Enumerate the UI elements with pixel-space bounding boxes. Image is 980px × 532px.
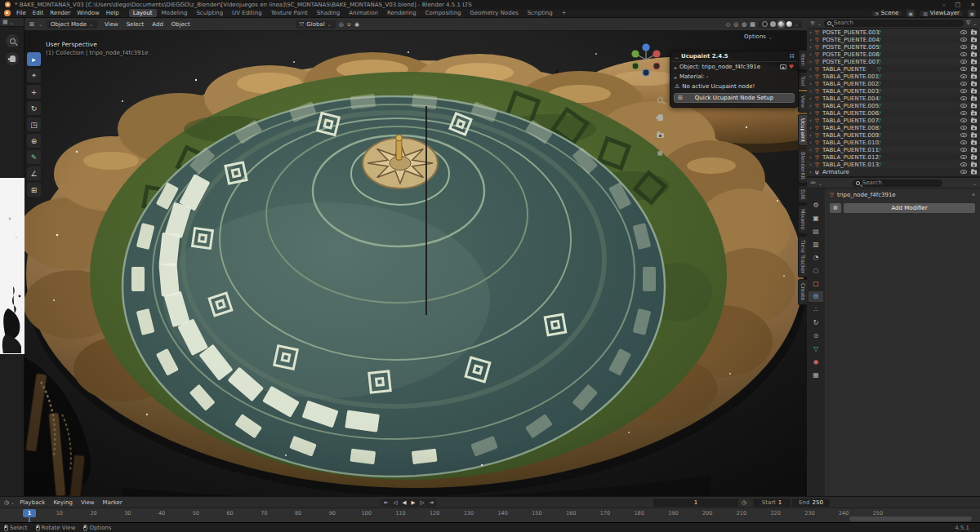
disable-in-render-icon[interactable] <box>971 104 977 108</box>
properties-tab[interactable]: ⚙ <box>808 200 823 211</box>
filter-icon[interactable]: ∇ <box>966 20 970 26</box>
image-editor-type-icon[interactable]: ▦ <box>2 19 8 25</box>
properties-tab[interactable]: ▦ <box>808 370 823 380</box>
image-editor-header[interactable]: ▦ ⌄ <box>0 18 24 27</box>
properties-tab[interactable]: ▢ <box>808 278 823 289</box>
properties-tab[interactable]: ◔ <box>808 252 823 263</box>
menu-item[interactable]: Help <box>103 9 122 17</box>
properties-tab[interactable]: ◉ <box>808 357 823 367</box>
hide-in-viewport-icon[interactable] <box>960 67 967 71</box>
outliner-item[interactable]: › ▽ TABLA_PUENTE.009 ▽ <box>807 131 980 139</box>
xray-toggle-icon[interactable]: ▩ <box>750 21 755 28</box>
expand-arrow-icon[interactable]: › <box>809 103 815 109</box>
disable-in-render-icon[interactable] <box>971 82 977 86</box>
workspace-tab[interactable]: Scripting <box>523 9 557 17</box>
workspace-tab[interactable]: Geometry Nodes <box>466 9 523 17</box>
tool-button[interactable]: ▸ <box>27 52 41 66</box>
sidebar-tab[interactable]: Time Tracker <box>798 236 807 277</box>
collapse-arrow-icon[interactable]: ⌄ <box>675 54 679 60</box>
outliner-item[interactable]: › ▽ TABLA_PUENTE.010 ▽ <box>807 139 980 146</box>
workspace-tab[interactable]: Animation <box>345 9 382 17</box>
expand-arrow-icon[interactable]: › <box>809 147 815 153</box>
object-name[interactable]: POSTE_PUENTE.007 <box>822 59 880 65</box>
sidebar-tab[interactable]: Mixamo <box>798 205 807 234</box>
object-name[interactable]: TABLA_PUENTE.003 <box>822 88 879 95</box>
expand-arrow-icon[interactable]: › <box>809 140 815 146</box>
expand-arrow-icon[interactable]: › <box>809 66 815 73</box>
expand-arrow-icon[interactable]: › <box>809 110 815 117</box>
timeline-scrollbar[interactable] <box>849 516 972 521</box>
outliner-item[interactable]: › ▽ TABLA_PUENTE.012 ▽ <box>807 153 980 161</box>
viewport-canvas[interactable]: User Perspective (1) Collection | tripo_… <box>24 31 807 496</box>
sidebar-tab[interactable]: Item <box>798 50 807 70</box>
outliner-item[interactable]: › ▽ TABLA_PUENTE.004 ▽ <box>807 95 980 102</box>
outliner-item[interactable]: › ▽ TABLA_PUENTE.007 ▽ <box>807 117 980 124</box>
close-button[interactable]: ✕ <box>970 2 975 8</box>
playback-button[interactable]: ▷ <box>418 499 426 507</box>
shading-wireframe-icon[interactable] <box>762 21 768 27</box>
disable-in-render-icon[interactable] <box>971 140 977 144</box>
outliner-item[interactable]: › ▽ POSTE_PUENTE.007 ▽ <box>807 58 980 65</box>
new-view-layer-button[interactable]: ▣ <box>968 10 976 17</box>
hide-in-viewport-icon[interactable] <box>960 155 967 159</box>
hide-in-viewport-icon[interactable] <box>960 45 967 49</box>
viewport-menu-item[interactable]: Add <box>149 20 167 29</box>
outliner-item[interactable]: › ▽ POSTE_PUENTE.003 ▽ <box>807 29 980 36</box>
properties-tab[interactable]: ⚙ <box>808 291 823 302</box>
expand-arrow-icon[interactable]: › <box>809 37 815 43</box>
object-name[interactable]: TABLA_PUENTE.007 <box>822 117 879 124</box>
expand-arrow-icon[interactable]: › <box>809 59 815 65</box>
properties-search[interactable] <box>853 180 942 187</box>
tool-button[interactable]: ⊞ <box>27 183 41 197</box>
expand-arrow-icon[interactable]: › <box>809 81 815 87</box>
disable-in-render-icon[interactable] <box>971 170 977 174</box>
workspace-tab[interactable]: Texture Paint <box>267 9 312 17</box>
expand-arrow-icon[interactable]: › <box>809 88 815 95</box>
viewport-menu-item[interactable]: Object <box>168 20 194 29</box>
view-layer-selector[interactable]: ▥ ViewLayer <box>919 10 964 17</box>
playback-button[interactable]: ⇤ <box>382 499 390 507</box>
outliner-item[interactable]: › ▽ TABLA_PUENTE.011 ▽ <box>807 146 980 153</box>
playback-button[interactable]: ◁ <box>391 499 399 507</box>
object-name[interactable]: POSTE_PUENTE.003 <box>822 29 880 36</box>
ucupaint-object-row[interactable]: ▸ Object: tripo_node_f4fc391e ♥ <box>670 62 798 72</box>
expand-arrow-icon[interactable]: › <box>809 154 815 161</box>
outliner-item[interactable]: › ▽ TABLA_PUENTE.002 ▽ <box>807 80 980 87</box>
outliner-item[interactable]: › ▽ TABLA_PUENTE ▽ <box>807 65 980 73</box>
object-name[interactable]: TABLA_PUENTE.004 <box>822 95 879 102</box>
expand-arrow-icon[interactable]: › <box>809 125 815 131</box>
outliner-item[interactable]: › ▽ TABLA_PUENTE.001 ▽ <box>807 73 980 80</box>
scene-selector[interactable]: ◔ Scene <box>871 10 903 17</box>
object-name[interactable]: POSTE_PUENTE.004 <box>822 37 880 43</box>
workspace-tab[interactable]: + <box>558 9 571 17</box>
outliner-item[interactable]: › ▽ TABLA_PUENTE.006 ▽ <box>807 109 980 117</box>
disable-in-render-icon[interactable] <box>971 155 977 159</box>
object-name[interactable]: TABLA_PUENTE.002 <box>822 81 879 87</box>
properties-tab[interactable]: ▥ <box>808 239 823 250</box>
workspace-tab[interactable]: Modeling <box>158 9 192 17</box>
workspace-tab[interactable]: Rendering <box>383 9 421 17</box>
tool-button[interactable]: ∠ <box>27 166 41 180</box>
tool-button[interactable]: ↻ <box>27 101 41 115</box>
blender-menu-icon[interactable] <box>4 10 11 16</box>
frame-end-field[interactable]: End 250 <box>792 499 830 507</box>
object-name[interactable]: TABLA_PUENTE.006 <box>822 110 879 117</box>
outliner-item[interactable]: › ▽ POSTE_PUENTE.004 ▽ <box>807 36 980 43</box>
expand-arrow-icon[interactable]: ▸ <box>675 74 677 80</box>
object-name[interactable]: Armature <box>822 169 849 175</box>
menu-item[interactable]: Window <box>74 9 103 17</box>
expand-arrow-icon[interactable]: › <box>809 44 815 51</box>
hide-in-viewport-icon[interactable] <box>960 52 967 56</box>
sidebar-tab[interactable]: View <box>798 91 807 112</box>
editor-type-icon[interactable]: ⊞ <box>29 21 34 28</box>
hide-in-viewport-icon[interactable] <box>960 60 967 64</box>
playback-button[interactable]: ◀ <box>400 499 408 507</box>
hide-in-viewport-icon[interactable] <box>960 96 967 100</box>
workspace-tab[interactable]: Layout <box>129 9 157 17</box>
hide-in-viewport-icon[interactable] <box>960 38 967 42</box>
sidebar-tab[interactable]: Edit <box>798 185 807 204</box>
proportional-edit-icon[interactable]: ◉ <box>354 21 359 28</box>
playback-button[interactable]: ▶ <box>409 499 417 507</box>
new-scene-button[interactable]: ▣ <box>906 10 915 17</box>
tool-button[interactable]: ◳ <box>27 117 41 131</box>
